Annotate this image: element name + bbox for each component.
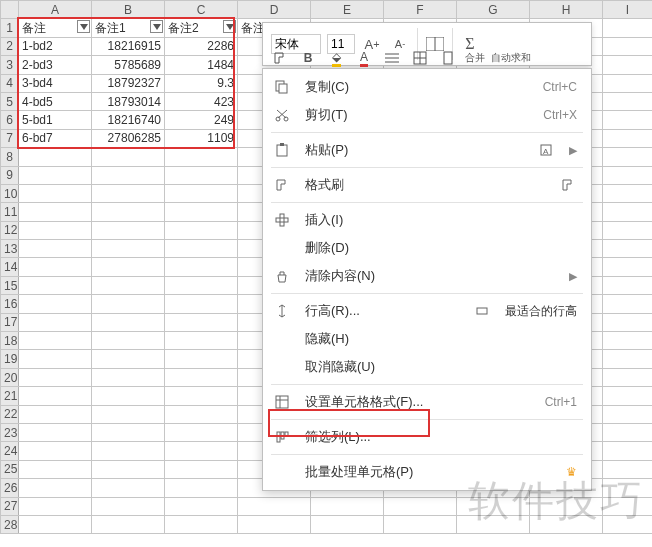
- cell[interactable]: [165, 405, 238, 423]
- cell[interactable]: [603, 92, 653, 110]
- row-header[interactable]: 22: [1, 405, 19, 423]
- row-header[interactable]: 5: [1, 92, 19, 110]
- cell[interactable]: [603, 19, 653, 37]
- cell[interactable]: [603, 368, 653, 386]
- row-header[interactable]: 20: [1, 368, 19, 386]
- col-header-B[interactable]: B: [92, 1, 165, 19]
- menu-cell-format[interactable]: 设置单元格格式(F)... Ctrl+1: [263, 388, 591, 416]
- format-painter-icon[interactable]: [269, 47, 291, 69]
- cell[interactable]: [19, 479, 92, 497]
- cell[interactable]: [165, 166, 238, 184]
- cell[interactable]: [19, 460, 92, 478]
- cell[interactable]: [92, 460, 165, 478]
- cell[interactable]: [19, 497, 92, 515]
- cell[interactable]: [165, 515, 238, 533]
- autosum-button[interactable]: 自动求和: [491, 51, 531, 65]
- cell[interactable]: [19, 350, 92, 368]
- cell[interactable]: 备注1: [92, 19, 165, 37]
- cell[interactable]: [19, 166, 92, 184]
- cell[interactable]: [603, 111, 653, 129]
- cell[interactable]: 5-bd1: [19, 111, 92, 129]
- cell[interactable]: [603, 74, 653, 92]
- cell[interactable]: [238, 497, 311, 515]
- cell[interactable]: 2-bd3: [19, 56, 92, 74]
- row-header[interactable]: 8: [1, 148, 19, 166]
- cell[interactable]: 5785689: [92, 56, 165, 74]
- cell[interactable]: [92, 295, 165, 313]
- cell[interactable]: 18216740: [92, 111, 165, 129]
- cell[interactable]: 4-bd5: [19, 92, 92, 110]
- row-header[interactable]: 3: [1, 56, 19, 74]
- cell[interactable]: [19, 332, 92, 350]
- cell[interactable]: [165, 240, 238, 258]
- cell[interactable]: [165, 203, 238, 221]
- best-row-icon[interactable]: [473, 304, 491, 318]
- menu-unhide[interactable]: 取消隐藏(U): [263, 353, 591, 381]
- cell[interactable]: [92, 515, 165, 533]
- cell[interactable]: [603, 313, 653, 331]
- row-header[interactable]: 1: [1, 19, 19, 37]
- cell[interactable]: 备注2: [165, 19, 238, 37]
- cell[interactable]: [92, 350, 165, 368]
- cell[interactable]: [165, 368, 238, 386]
- col-header-D[interactable]: D: [238, 1, 311, 19]
- cell[interactable]: [165, 350, 238, 368]
- cell[interactable]: [603, 460, 653, 478]
- row-header[interactable]: 16: [1, 295, 19, 313]
- cell[interactable]: [92, 166, 165, 184]
- col-header-G[interactable]: G: [457, 1, 530, 19]
- cell[interactable]: [92, 184, 165, 202]
- cell[interactable]: [165, 423, 238, 441]
- cell[interactable]: 18793014: [92, 92, 165, 110]
- cell[interactable]: [603, 37, 653, 55]
- col-header-H[interactable]: H: [530, 1, 603, 19]
- bold-icon[interactable]: B: [297, 47, 319, 69]
- cell[interactable]: [92, 479, 165, 497]
- menu-clear[interactable]: 清除内容(N) ▶: [263, 262, 591, 290]
- cell[interactable]: [165, 497, 238, 515]
- menu-hide[interactable]: 隐藏(H): [263, 325, 591, 353]
- cell[interactable]: [165, 479, 238, 497]
- cell[interactable]: [603, 129, 653, 147]
- row-header[interactable]: 23: [1, 423, 19, 441]
- cell[interactable]: [530, 497, 603, 515]
- cell[interactable]: [603, 184, 653, 202]
- cell[interactable]: [165, 221, 238, 239]
- cell[interactable]: [92, 203, 165, 221]
- row-header[interactable]: 2: [1, 37, 19, 55]
- cell[interactable]: [19, 295, 92, 313]
- row-header[interactable]: 9: [1, 166, 19, 184]
- cell[interactable]: [92, 148, 165, 166]
- menu-cut[interactable]: 剪切(T) Ctrl+X: [263, 101, 591, 129]
- cell[interactable]: [603, 258, 653, 276]
- cell[interactable]: 2286: [165, 37, 238, 55]
- cell[interactable]: 9.3: [165, 74, 238, 92]
- cell[interactable]: [603, 221, 653, 239]
- cell[interactable]: [603, 295, 653, 313]
- cell[interactable]: [19, 184, 92, 202]
- cell[interactable]: [384, 515, 457, 533]
- cell[interactable]: [603, 203, 653, 221]
- cell[interactable]: [19, 148, 92, 166]
- cell[interactable]: [603, 148, 653, 166]
- cell[interactable]: [92, 368, 165, 386]
- cell[interactable]: [457, 497, 530, 515]
- cell[interactable]: [92, 240, 165, 258]
- cell[interactable]: [530, 515, 603, 533]
- cell[interactable]: [238, 515, 311, 533]
- fill-color-icon[interactable]: ⬙: [325, 47, 347, 69]
- row-header[interactable]: 17: [1, 313, 19, 331]
- cell[interactable]: [603, 479, 653, 497]
- menu-format-painter[interactable]: 格式刷: [263, 171, 591, 199]
- cell[interactable]: [19, 405, 92, 423]
- cell[interactable]: [19, 276, 92, 294]
- cell[interactable]: [603, 56, 653, 74]
- cell[interactable]: [603, 276, 653, 294]
- menu-batch[interactable]: 批量处理单元格(P) ♛: [263, 458, 591, 486]
- row-header[interactable]: 15: [1, 276, 19, 294]
- row-header[interactable]: 21: [1, 387, 19, 405]
- cell[interactable]: 1-bd2: [19, 37, 92, 55]
- cell[interactable]: [603, 332, 653, 350]
- cell[interactable]: [165, 460, 238, 478]
- cell[interactable]: [165, 148, 238, 166]
